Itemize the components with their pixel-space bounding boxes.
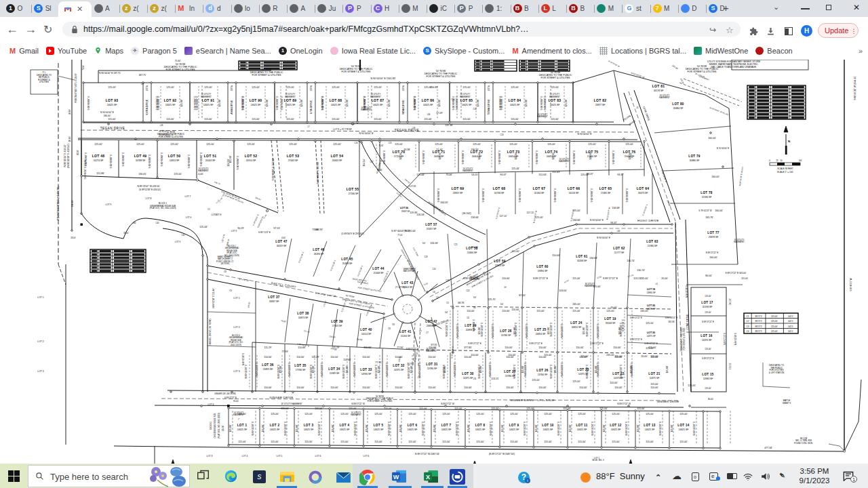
svg-text:110.00': 110.00': [576, 346, 584, 349]
svg-text:135.00': 135.00': [630, 365, 633, 373]
svg-text:2002-12023): 2002-12023): [231, 344, 241, 346]
svg-text:S 89°27'22" E: S 89°27'22" E: [468, 342, 481, 345]
svg-text:S 00°00'00" E: S 00°00'00" E: [554, 188, 557, 203]
svg-text:S 00°00'00" E: S 00°00'00" E: [321, 96, 324, 110]
svg-text:135.00': 135.00': [410, 365, 413, 373]
svg-text:125.00': 125.00': [388, 99, 391, 106]
svg-text:N 00°32'38" E: N 00°32'38" E: [693, 421, 696, 436]
svg-text:S 00°00'00" E: S 00°00'00" E: [276, 96, 279, 110]
svg-text:L13: L13: [389, 142, 392, 144]
svg-text:125.00': 125.00': [218, 99, 221, 106]
svg-text:LOT 6: LOT 6: [315, 455, 321, 458]
svg-text:(N 89°27'22" W 2087.34'): (N 89°27'22" W 2087.34'): [489, 453, 515, 455]
svg-text:LITA DRIVE: LITA DRIVE: [310, 100, 313, 114]
svg-text:LOT 51: LOT 51: [204, 154, 217, 158]
svg-text:PEOSTA STREET (66' ROW): PEOSTA STREET (66' ROW): [57, 186, 60, 220]
svg-text:L3: L3: [655, 283, 658, 285]
svg-text:FOR STREET & UTILITES: FOR STREET & UTILITES: [252, 74, 281, 77]
svg-text:N: N: [788, 140, 790, 143]
svg-text:135.00': 135.00': [229, 424, 232, 432]
svg-text:88°27'2: 88°27'2: [755, 325, 762, 328]
svg-text:125.00': 125.00': [532, 379, 540, 382]
svg-text:135.00': 135.00': [443, 365, 446, 373]
svg-text:LOT 42: LOT 42: [425, 320, 437, 323]
svg-text:125.00': 125.00': [332, 86, 340, 89]
svg-text:90.29': 90.29': [237, 227, 244, 230]
svg-text:21980 SF: 21980 SF: [648, 245, 658, 247]
svg-text:S 00°46'31" W 2644.45': S 00°46'31" W 2644.45': [854, 76, 856, 100]
svg-text:125.00': 125.00': [333, 143, 341, 146]
svg-text:FOR STREET & UTILITES: FOR STREET & UTILITES: [541, 77, 570, 79]
svg-text:30.95': 30.95': [407, 363, 414, 365]
svg-text:SHEET 9: SHEET 9: [783, 402, 791, 405]
svg-text:C3: C3: [747, 325, 749, 328]
svg-text:95.00': 95.00': [123, 232, 129, 235]
svg-text:LOT 16: LOT 16: [701, 334, 713, 338]
svg-text:115.00': 115.00': [286, 118, 294, 121]
svg-text:125.00': 125.00': [583, 327, 585, 334]
svg-text:50: 50: [780, 159, 783, 162]
svg-text:125.00': 125.00': [509, 143, 517, 146]
svg-text:14625 SF: 14625 SF: [441, 428, 452, 431]
svg-text:125.00': 125.00': [247, 143, 255, 146]
svg-text:115.00': 115.00': [580, 355, 589, 358]
svg-text:134.66': 134.66': [572, 219, 580, 222]
svg-text:N 00°32'38" E: N 00°32'38" E: [318, 421, 321, 436]
svg-text:S 00°00'00" E: S 00°00'00" E: [519, 188, 521, 203]
svg-text:S 00°00'00" E: S 00°00'00" E: [87, 96, 90, 110]
svg-text:125.44': 125.44': [416, 174, 425, 176]
svg-text:97.53': 97.53': [273, 227, 280, 230]
svg-text:23819 SF: 23819 SF: [453, 192, 463, 195]
svg-text:14625 SF: 14625 SF: [550, 104, 560, 106]
svg-text:115.00': 115.00': [252, 118, 260, 121]
svg-text:88°27'2: 88°27'2: [755, 330, 762, 333]
svg-text:N 00°32'38" E: N 00°32'38" E: [354, 421, 357, 436]
svg-text:110.00': 110.00': [471, 354, 479, 357]
svg-text:LOT 3: LOT 3: [233, 370, 239, 373]
svg-text:LOT 9: LOT 9: [212, 214, 218, 216]
svg-text:(36.162): (36.162): [462, 212, 471, 215]
svg-text:135.00': 135.00': [279, 365, 282, 373]
svg-text:24894 SF: 24894 SF: [536, 333, 546, 336]
svg-text:115.00': 115.00': [462, 118, 471, 121]
svg-text:113.15': 113.15': [633, 277, 642, 280]
svg-text:S 89°27'22" E: S 89°27'22" E: [590, 342, 604, 345]
svg-text:EASEMENT: EASEMENT: [426, 350, 437, 352]
svg-text:LOT 55: LOT 55: [347, 187, 359, 191]
svg-text:LOT 13: LOT 13: [644, 424, 656, 427]
svg-text:L44: L44: [133, 222, 136, 224]
svg-text:115.00': 115.00': [637, 407, 645, 410]
svg-text:LOT 41: LOT 41: [399, 330, 412, 333]
svg-text:MATCH POINT: MATCH POINT: [403, 270, 416, 272]
svg-text:FOR STREET & UTILITIES: FOR STREET & UTILITIES: [683, 327, 686, 350]
svg-text:125.00': 125.00': [395, 143, 403, 146]
svg-text:(N 01°30'38" E 458.14'): (N 01°30'38" E 458.14'): [67, 144, 70, 167]
svg-text:166.93': 166.93': [315, 228, 323, 231]
svg-text:S 00°00'00" E: S 00°00'00" E: [462, 150, 465, 165]
svg-text:125.00': 125.00': [771, 325, 778, 328]
svg-text:N 00°32'38" E: N 00°32'38" E: [515, 322, 517, 337]
svg-text:C8: C8: [224, 270, 226, 273]
svg-text:80.00': 80.00': [77, 150, 79, 155]
svg-text:14625 SF: 14625 SF: [679, 428, 689, 431]
svg-text:C42: C42: [155, 222, 159, 224]
svg-text:135.00': 135.00': [501, 424, 504, 432]
svg-text:110.00': 110.00': [650, 386, 658, 389]
svg-text:165.98': 165.98': [229, 155, 232, 163]
svg-text:135.00': 135.00': [378, 365, 380, 373]
svg-text:EASEMENT: EASEMENT: [559, 160, 570, 163]
svg-text:125.00': 125.00': [511, 86, 519, 89]
svg-text:14625 SF: 14625 SF: [340, 428, 350, 431]
svg-text:125.00': 125.00': [476, 413, 484, 415]
svg-text:S 00°00'00" E: S 00°00'00" E: [241, 96, 244, 110]
svg-text:13786 SF: 13786 SF: [427, 367, 437, 370]
svg-text:S 87°40'04" W 291.64': S 87°40'04" W 291.64': [391, 230, 416, 232]
svg-text:115.00': 115.00': [612, 441, 620, 443]
svg-text:115.00': 115.00': [646, 441, 654, 443]
svg-text:93.37': 93.37': [610, 222, 617, 224]
svg-text:14625 SF: 14625 SF: [611, 428, 621, 431]
svg-text:115.00': 115.00': [551, 118, 559, 121]
svg-text:100.00': 100.00': [71, 200, 74, 207]
svg-text:LOT 2: LOT 2: [37, 340, 43, 343]
svg-text:C4: C4: [467, 317, 469, 319]
